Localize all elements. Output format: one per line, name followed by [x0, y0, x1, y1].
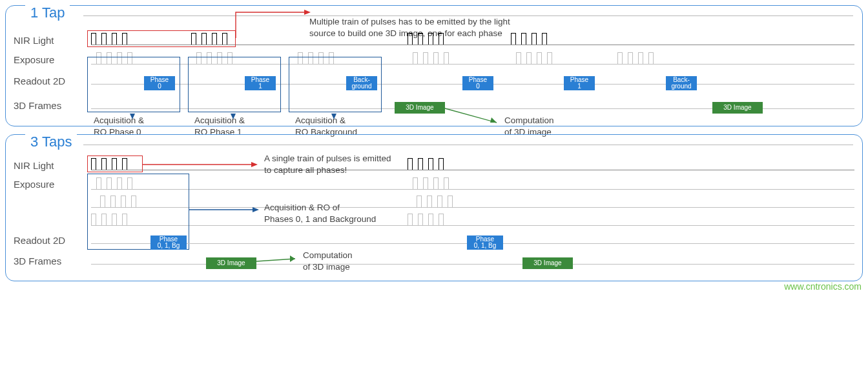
label-3d-frames: 3D Frames — [14, 100, 91, 111]
green-arrow2-computation — [256, 259, 308, 270]
svg-marker-0 — [304, 10, 311, 15]
exp-pulses-4 — [516, 52, 557, 64]
red-arrow-single-train — [143, 162, 259, 171]
acq-outline-0 — [87, 57, 180, 112]
exp-pulses-3 — [413, 52, 454, 64]
exp-pulses-5 — [617, 52, 659, 64]
svg-marker-3 — [251, 162, 258, 167]
panel-3-taps: 3 Taps NIR Light A single train of pulse… — [5, 134, 863, 281]
phase2-box-b: Phase0, 1, Bg — [467, 236, 503, 250]
panel2-red-callout: A single train of pulses is emittedto ca… — [264, 153, 391, 175]
row2-readout: Readout 2D Phase0, 1, Bg Phase0, 1, Bg — [14, 229, 854, 251]
exp2-bg-b — [408, 214, 449, 225]
panel2-title: 3 Taps — [25, 134, 77, 150]
img3d-box-1: 3D Image — [395, 102, 445, 114]
svg-marker-5 — [253, 207, 259, 212]
exp2-p1-b — [417, 196, 458, 207]
img3d-box-2: 3D Image — [712, 102, 763, 114]
phase-box-bgb: Back-ground — [666, 76, 697, 90]
label2-nir: NIR Light — [14, 160, 91, 171]
acq-outline-2 — [289, 57, 382, 112]
red-arrow-pulses — [236, 8, 313, 38]
img3d2-b: 3D Image — [522, 257, 573, 269]
red-outline-pulse-trains — [87, 30, 236, 47]
label2-frames: 3D Frames — [14, 256, 91, 266]
acq-outline-1 — [188, 57, 281, 112]
phase-box-1b: Phase1 — [564, 76, 595, 90]
red-outline-single-train — [87, 155, 143, 172]
svg-marker-1 — [490, 117, 497, 123]
phase-box-0b: Phase0 — [462, 76, 493, 90]
row-3d-frames: 3D Frames Acquisition &RO Phase 0 Acquis… — [14, 92, 854, 118]
label-readout-2d: Readout 2D — [14, 75, 91, 86]
nir-pulses-train-4 — [511, 33, 552, 45]
svg-marker-6 — [290, 256, 295, 262]
panel2-rule — [83, 145, 853, 145]
row2-nir-light: NIR Light A single train of pulses is em… — [14, 155, 854, 175]
row-nir-light: NIR Light — [14, 30, 854, 50]
nir-pulses-train-3 — [408, 33, 449, 45]
label-exposure: Exposure — [14, 54, 91, 65]
panel-1-tap: 1 Tap Multiple train of pulses has to be… — [5, 5, 863, 126]
img3d2-a: 3D Image — [206, 257, 256, 269]
acq2-label: Acquisition & RO ofPhases 0, 1 and Backg… — [264, 202, 376, 225]
label2-readout: Readout 2D — [14, 235, 91, 246]
row2-frames: 3D Frames 3D Image 3D Image Computationo… — [14, 251, 854, 270]
computation2-label: Computationof 3D image — [303, 250, 353, 272]
exp2-p0-b — [413, 177, 454, 189]
phase2-box-a: Phase0, 1, Bg — [150, 236, 187, 250]
row2-exposure: Exposure Acquisition & RO ofPhases 0, 1 … — [14, 175, 854, 229]
acq2-arrow — [189, 207, 260, 216]
watermark: www.cntronics.com — [784, 281, 862, 292]
nir2-pulses-1 — [408, 158, 449, 170]
label2-exposure: Exposure — [14, 175, 91, 190]
panel1-title: 1 Tap — [25, 5, 70, 21]
label-nir-light: NIR Light — [14, 35, 91, 46]
